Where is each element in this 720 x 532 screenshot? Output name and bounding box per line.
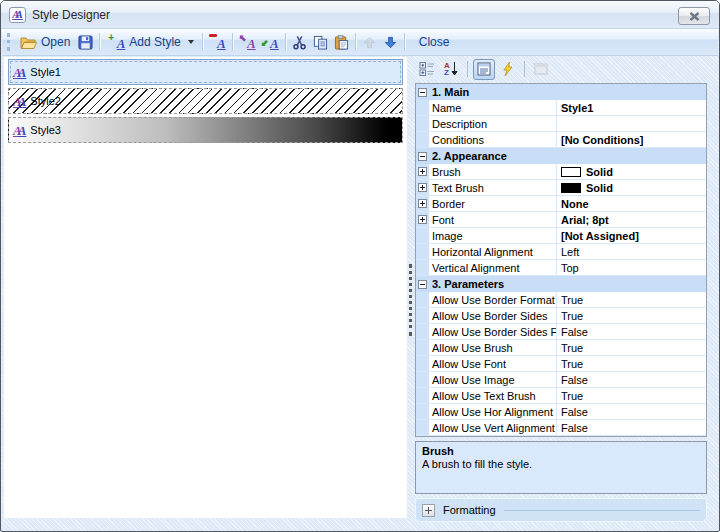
close-icon — [689, 12, 700, 21]
get-style-button[interactable]: ⬋A — [259, 32, 282, 52]
property-row[interactable]: Allow Use Text BrushTrue — [416, 388, 706, 404]
property-row[interactable]: Allow Use Border Sides FFalse — [416, 324, 706, 340]
style-list-item-style1[interactable]: AAStyle1 — [8, 59, 403, 85]
expand-icon[interactable] — [418, 167, 427, 176]
property-value[interactable]: [No Conditions] — [557, 132, 706, 147]
property-value[interactable]: True — [557, 388, 706, 403]
expand-icon[interactable] — [418, 199, 427, 208]
panel-splitter[interactable] — [409, 264, 412, 336]
property-row[interactable]: Allow Use Border FormatTrue — [416, 292, 706, 308]
duplicate-style-button[interactable]: ⬉A — [236, 32, 259, 52]
style-item-icon: AA — [13, 66, 26, 79]
property-row[interactable]: Allow Use FontTrue — [416, 356, 706, 372]
expand-icon[interactable] — [422, 504, 435, 517]
formatting-label: Formatting — [443, 504, 496, 516]
property-value[interactable] — [557, 116, 706, 131]
style-list-item-style3[interactable]: AAStyle3 — [8, 117, 403, 143]
move-up-button[interactable] — [359, 33, 380, 52]
brush-swatch — [561, 183, 581, 193]
property-grid-toolbar: AZ — [415, 57, 709, 81]
property-category[interactable]: 2. Appearance — [416, 148, 706, 164]
property-value[interactable]: Arial; 8pt — [557, 212, 706, 227]
titlebar[interactable]: AA Style Designer — [1, 1, 719, 29]
remove-style-icon: A — [209, 34, 226, 50]
row-gutter — [416, 404, 429, 419]
property-value[interactable]: Left — [557, 244, 706, 259]
property-row[interactable]: Vertical AlignmentTop — [416, 260, 706, 276]
property-value[interactable]: False — [557, 420, 706, 435]
formatting-section[interactable]: Formatting — [415, 498, 707, 522]
properties-button[interactable] — [473, 59, 495, 80]
style-item-label: Style3 — [30, 124, 61, 136]
collapse-icon[interactable] — [418, 280, 427, 289]
expand-icon[interactable] — [418, 215, 427, 224]
property-row[interactable]: Text BrushSolid — [416, 180, 706, 196]
events-button[interactable] — [497, 59, 519, 80]
copy-button[interactable] — [310, 33, 331, 52]
property-value[interactable]: True — [557, 356, 706, 371]
row-gutter — [416, 324, 429, 339]
property-row[interactable]: Allow Use BrushTrue — [416, 340, 706, 356]
property-row[interactable]: Allow Use Border SidesTrue — [416, 308, 706, 324]
toolbar-grip[interactable] — [7, 33, 10, 51]
property-pages-button[interactable] — [530, 59, 552, 80]
property-row[interactable]: Description — [416, 116, 706, 132]
collapse-icon[interactable] — [418, 152, 427, 161]
property-value[interactable]: Solid — [557, 180, 706, 195]
property-row[interactable]: Allow Use Hor AlignmentFalse — [416, 404, 706, 420]
paste-button[interactable] — [331, 33, 352, 52]
property-value[interactable]: False — [557, 372, 706, 387]
open-button[interactable]: Open — [15, 33, 75, 52]
property-row[interactable]: NameStyle1 — [416, 100, 706, 116]
move-down-button[interactable] — [380, 33, 401, 52]
property-value-text: True — [561, 390, 583, 402]
property-value[interactable]: True — [557, 340, 706, 355]
property-category[interactable]: 1. Main — [416, 84, 706, 100]
property-row[interactable]: Conditions[No Conditions] — [416, 132, 706, 148]
close-toolbar-button[interactable]: Close — [414, 33, 455, 51]
remove-style-button[interactable]: A — [206, 32, 229, 52]
property-value[interactable]: False — [557, 324, 706, 339]
property-row[interactable]: Horizontal AlignmentLeft — [416, 244, 706, 260]
expand-icon[interactable] — [418, 183, 427, 192]
alphabetical-sort-button[interactable]: AZ — [440, 59, 462, 80]
collapse-icon[interactable] — [418, 88, 427, 97]
property-value[interactable]: Top — [557, 260, 706, 275]
toolbar-separator — [202, 33, 203, 51]
row-gutter — [416, 340, 429, 355]
open-folder-icon — [20, 35, 37, 50]
style-designer-window: AA Style Designer Open — [0, 0, 720, 532]
property-row[interactable]: BorderNone — [416, 196, 706, 212]
property-row[interactable]: Allow Use ImageFalse — [416, 372, 706, 388]
property-value[interactable]: Solid — [557, 164, 706, 179]
property-value[interactable]: Style1 — [557, 100, 706, 115]
property-row[interactable]: Image[Not Assigned] — [416, 228, 706, 244]
property-category[interactable]: 3. Parameters — [416, 276, 706, 292]
property-name: Border — [429, 196, 557, 211]
property-grid: 1. MainNameStyle1DescriptionConditions[N… — [415, 83, 707, 437]
property-value-text: False — [561, 326, 588, 338]
property-value-text: Arial; 8pt — [561, 214, 609, 226]
cut-button[interactable] — [289, 33, 310, 52]
property-value[interactable]: False — [557, 404, 706, 419]
property-value[interactable]: True — [557, 308, 706, 323]
row-gutter — [416, 228, 429, 243]
row-gutter — [416, 132, 429, 147]
property-value-text: Top — [561, 262, 579, 274]
property-value[interactable]: None — [557, 196, 706, 211]
property-row[interactable]: FontArial; 8pt — [416, 212, 706, 228]
window-close-button[interactable] — [678, 7, 710, 25]
move-up-icon — [362, 35, 377, 50]
property-value[interactable]: [Not Assigned] — [557, 228, 706, 243]
property-row[interactable]: BrushSolid — [416, 164, 706, 180]
categorized-button[interactable] — [416, 59, 438, 80]
add-style-button[interactable]: +A Add Style — [103, 32, 198, 52]
toolbar-separator — [99, 33, 100, 51]
property-name: Horizontal Alignment — [429, 244, 557, 259]
style-list-item-style2[interactable]: AAStyle2 — [8, 88, 403, 114]
save-button[interactable] — [75, 33, 96, 52]
property-row[interactable]: Allow Use Vert AlignmentFalse — [416, 420, 706, 436]
property-value-text: [No Conditions] — [561, 134, 643, 146]
property-name: Font — [429, 212, 557, 227]
property-value[interactable]: True — [557, 292, 706, 307]
